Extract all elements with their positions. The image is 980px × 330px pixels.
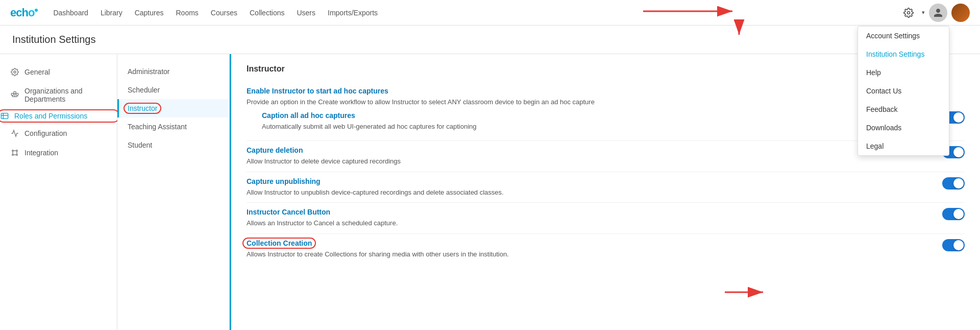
permission-collection-creation-desc: Allows Instructor to create Collections … bbox=[247, 249, 706, 260]
permission-ad-hoc-title: Enable Instructor to start ad hoc captur… bbox=[247, 87, 965, 95]
nav-users[interactable]: Users bbox=[297, 9, 315, 17]
gear-icon bbox=[903, 8, 914, 18]
sidebar-label-general: General bbox=[24, 68, 50, 76]
page-title: Institution Settings bbox=[12, 34, 968, 45]
nav-courses[interactable]: Courses bbox=[211, 9, 237, 17]
svg-rect-2 bbox=[11, 93, 13, 96]
permission-capture-deletion-content: Capture deletion Allow Instructor to del… bbox=[247, 146, 932, 167]
sidebar-item-general[interactable]: General bbox=[0, 62, 117, 82]
roles-icon bbox=[0, 111, 9, 121]
sub-item-instructor[interactable]: Instructor bbox=[117, 99, 229, 117]
permission-collection-creation-toggle[interactable] bbox=[942, 239, 965, 253]
permission-instructor-cancel-toggle[interactable] bbox=[942, 208, 965, 222]
sidebar-label-roles: Roles and Permissions bbox=[14, 112, 87, 120]
permission-capture-unpublishing-title: Capture unpublishing bbox=[247, 177, 932, 185]
instructor-label: Instructor bbox=[124, 103, 161, 114]
org-icon bbox=[10, 90, 19, 100]
permission-capture-unpublishing-desc: Allow Instructor to unpublish device-cap… bbox=[247, 187, 706, 198]
left-sidebar: General Organizations and Departments bbox=[0, 54, 117, 330]
nav-dashboard[interactable]: Dashboard bbox=[53, 9, 88, 17]
content-title: Instructor bbox=[247, 64, 965, 74]
permission-ad-hoc-desc: Provide an option in the Create workflow… bbox=[247, 97, 706, 107]
dropdown-downloads[interactable]: Downloads bbox=[858, 119, 949, 137]
svg-rect-3 bbox=[14, 91, 16, 93]
settings-dropdown: Account Settings Institution Settings He… bbox=[857, 26, 949, 156]
integration-icon bbox=[10, 148, 19, 157]
sub-permission-caption-desc: Automatically submit all web UI-generate… bbox=[262, 122, 721, 132]
sidebar-label-integration: Integration bbox=[24, 149, 58, 157]
nav-rooms[interactable]: Rooms bbox=[176, 9, 198, 17]
permission-instructor-cancel: Instructor Cancel Button Allows an Instr… bbox=[247, 203, 965, 234]
dropdown-feedback[interactable]: Feedback bbox=[858, 100, 949, 119]
svg-point-15 bbox=[16, 154, 18, 156]
sidebar-item-roles[interactable]: Roles and Permissions bbox=[0, 109, 120, 123]
dropdown-legal[interactable]: Legal bbox=[858, 137, 949, 155]
sub-item-administrator[interactable]: Administrator bbox=[117, 62, 229, 81]
svg-rect-4 bbox=[16, 93, 18, 96]
nav-right: ▾ Account Settings Institution Settings … bbox=[899, 4, 970, 22]
permission-collection-creation-title: Collection Creation bbox=[247, 239, 932, 247]
nav-links: Dashboard Library Captures Rooms Courses… bbox=[53, 9, 899, 17]
permission-instructor-cancel-desc: Allows an Instructor to Cancel a schedul… bbox=[247, 218, 706, 228]
sidebar-label-config: Configuration bbox=[24, 129, 67, 137]
permission-instructor-cancel-title: Instructor Cancel Button bbox=[247, 208, 932, 216]
sidebar-item-config[interactable]: Configuration bbox=[0, 124, 117, 143]
permission-capture-deletion-title: Capture deletion bbox=[247, 146, 932, 154]
sidebar-item-orgs[interactable]: Organizations and Departments bbox=[0, 82, 117, 108]
permission-capture-deletion: Capture deletion Allow Instructor to del… bbox=[247, 141, 965, 172]
page-header: Institution Settings bbox=[0, 26, 980, 54]
settings-icon bbox=[10, 67, 19, 77]
nav-imports-exports[interactable]: Imports/Exports bbox=[328, 9, 378, 17]
svg-point-13 bbox=[16, 150, 18, 152]
sub-sidebar: Administrator Scheduler Instructor Teach… bbox=[117, 54, 230, 330]
permission-instructor-cancel-content: Instructor Cancel Button Allows an Instr… bbox=[247, 208, 932, 228]
permission-capture-unpublishing: Capture unpublishing Allow Instructor to… bbox=[247, 172, 965, 203]
sub-item-ta[interactable]: Teaching Assistant bbox=[117, 117, 229, 136]
nav-library[interactable]: Library bbox=[101, 9, 122, 17]
svg-point-12 bbox=[12, 150, 14, 152]
logo-text: echo bbox=[10, 6, 34, 19]
sub-item-scheduler[interactable]: Scheduler bbox=[117, 81, 229, 99]
dropdown-institution-settings[interactable]: Institution Settings bbox=[858, 45, 949, 63]
permission-capture-unpublishing-content: Capture unpublishing Allow Instructor to… bbox=[247, 177, 932, 198]
permission-capture-deletion-desc: Allow Instructor to delete device captur… bbox=[247, 156, 706, 167]
logo[interactable]: echo bbox=[10, 6, 38, 19]
nav-captures[interactable]: Captures bbox=[135, 9, 164, 17]
sub-item-student[interactable]: Student bbox=[117, 136, 229, 154]
gear-dropdown-arrow[interactable]: ▾ bbox=[922, 9, 925, 16]
svg-point-14 bbox=[12, 154, 14, 156]
permission-ad-hoc-content: Enable Instructor to start ad hoc captur… bbox=[247, 87, 965, 135]
svg-point-1 bbox=[14, 71, 16, 73]
dropdown-help[interactable]: Help bbox=[858, 63, 949, 82]
user-button[interactable] bbox=[929, 4, 947, 22]
sidebar-item-integration[interactable]: Integration bbox=[0, 143, 117, 162]
dropdown-account-settings[interactable]: Account Settings bbox=[858, 27, 949, 45]
nav-collections[interactable]: Collections bbox=[250, 9, 284, 17]
permission-collection-creation-content: Collection Creation Allows Instructor to… bbox=[247, 239, 932, 260]
sub-permission-caption-title: Caption all ad hoc captures bbox=[262, 111, 932, 120]
svg-point-0 bbox=[908, 11, 910, 14]
svg-rect-9 bbox=[1, 113, 8, 119]
permission-capture-unpublishing-toggle[interactable] bbox=[942, 177, 965, 191]
permission-ad-hoc: Enable Instructor to start ad hoc captur… bbox=[247, 82, 965, 141]
gear-button[interactable] bbox=[899, 4, 918, 22]
dropdown-contact-us[interactable]: Contact Us bbox=[858, 82, 949, 100]
config-icon bbox=[10, 129, 19, 138]
sidebar-label-orgs: Organizations and Departments bbox=[24, 87, 107, 103]
avatar[interactable] bbox=[951, 4, 970, 22]
user-icon bbox=[933, 8, 943, 18]
permission-collection-creation: Collection Creation Allows Instructor to… bbox=[247, 234, 965, 265]
main-layout: General Organizations and Departments bbox=[0, 54, 980, 330]
top-nav: echo Dashboard Library Captures Rooms Co… bbox=[0, 0, 980, 26]
